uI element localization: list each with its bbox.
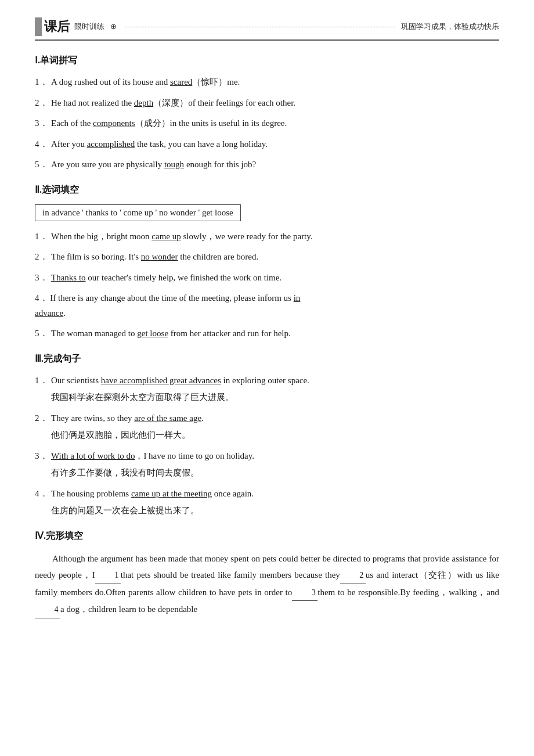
section1-title: Ⅰ.单词拼写 [35, 55, 499, 67]
vocab-phrase: have accomplished great advances [101, 376, 221, 385]
item-content: If there is any change about the time of… [50, 293, 300, 303]
list-item: 2． They are twins, so they are of the sa… [35, 411, 499, 426]
list-item: 5． The woman managed to get loose from h… [35, 326, 499, 341]
chinese-translation: 有许多工作要做，我没有时间去度假。 [51, 466, 499, 481]
vocab-word: accomplished [87, 139, 135, 149]
chinese-translation: 住房的问题又一次在会上被提出来了。 [51, 503, 499, 519]
item-num: 1． [35, 229, 51, 244]
vocab-word: components [93, 118, 135, 128]
list-item: 2． The film is so boring. It's no wonder… [35, 250, 499, 265]
blank-4: 4 [35, 602, 60, 618]
item-num: 2． [35, 250, 51, 265]
list-item: 5． Are you sure you are physically tough… [35, 157, 499, 172]
chinese-translation: 他们俩是双胞胎，因此他们一样大。 [51, 428, 499, 443]
list-item: 1． A dog rushed out of its house and sca… [35, 75, 499, 90]
vocab-word: came up [151, 232, 181, 241]
item-num: 3． [35, 116, 51, 131]
item-num: 5． [35, 326, 51, 341]
list-item: 4． After you accomplished the task, you … [35, 137, 499, 152]
header-right-text: 巩固学习成果，体验成功快乐 [401, 21, 499, 32]
item-num: 4． [35, 293, 48, 303]
item-content: The housing problems came up at the meet… [51, 487, 499, 502]
item-content-continuation: advance. [35, 308, 66, 318]
vocab-box: in advance ' thanks to ' come up ' no wo… [35, 204, 241, 221]
section4-paragraph: Although the argument has been made that… [35, 550, 499, 618]
header-title-main: 课后 [44, 18, 70, 35]
item-content: Each of the components（成分）in the units i… [51, 116, 499, 131]
list-item: 1． When the big，bright moon came up slow… [35, 229, 499, 244]
item-num: 2． [35, 96, 51, 111]
item-num: 3． [35, 449, 51, 464]
header-dashes [125, 27, 395, 27]
list-item: 2． He had not realized the depth（深度）of t… [35, 96, 499, 111]
item-num: 4． [35, 487, 51, 502]
item-num: 5． [35, 157, 51, 172]
vocab-phrase: With a lot of work to do [51, 451, 135, 460]
header-decoration-block [35, 17, 42, 36]
blank-2: 2 [340, 568, 366, 584]
item-num: 1． [35, 75, 51, 90]
vocab-word: get loose [137, 329, 168, 338]
header-bar: 课后 限时训练 ⊕ 巩固学习成果，体验成功快乐 [35, 17, 499, 41]
item-content: After you accomplished the task, you can… [51, 137, 499, 152]
item-content: With a lot of work to do，I have no time … [51, 449, 499, 464]
vocab-word: no wonder [141, 252, 178, 261]
item-content: The film is so boring. It's no wonder th… [51, 250, 499, 265]
item-content: Are you sure you are physically tough en… [51, 157, 499, 172]
blank-1: 1 [95, 568, 121, 584]
vocab-word: scared [170, 77, 192, 87]
item-num: 1． [35, 373, 51, 388]
header-subtitle: 限时训练 [74, 21, 104, 32]
chinese-translation: 我国科学家在探测外太空方面取得了巨大进展。 [51, 390, 499, 405]
item-content: A dog rushed out of its house and scared… [51, 75, 499, 90]
item-content: The woman managed to get loose from her … [51, 326, 499, 341]
item-num: 4． [35, 137, 51, 152]
item-num: 2． [35, 411, 51, 426]
list-item: 4． If there is any change about the time… [35, 291, 499, 321]
vocab-phrase: are of the same age [134, 413, 201, 423]
item-content: Our scientists have accomplished great a… [51, 373, 499, 388]
list-item: 3． Each of the components（成分）in the unit… [35, 116, 499, 131]
vocab-word: advance [35, 308, 63, 318]
section4-title: Ⅳ.完形填空 [35, 530, 499, 542]
list-item: 1． Our scientists have accomplished grea… [35, 373, 499, 388]
item-num: 3． [35, 271, 51, 286]
list-item: 4． The housing problems came up at the m… [35, 487, 499, 502]
vocab-word: tough [164, 160, 184, 169]
section2-title: Ⅱ.选词填空 [35, 184, 499, 196]
item-content: Thanks to our teacher's timely help, we … [51, 271, 499, 286]
header-icon: ⊕ [110, 22, 117, 31]
vocab-word: Thanks to [51, 273, 86, 282]
item-content: They are twins, so they are of the same … [51, 411, 499, 426]
vocab-word: depth [134, 98, 153, 107]
list-item: 3． With a lot of work to do，I have no ti… [35, 449, 499, 464]
blank-3: 3 [292, 585, 317, 602]
vocab-word: in [294, 293, 301, 303]
section3-title: Ⅲ.完成句子 [35, 353, 499, 365]
list-item: 3． Thanks to our teacher's timely help, … [35, 271, 499, 286]
item-content: He had not realized the depth（深度）of thei… [51, 96, 499, 111]
page-container: 课后 限时训练 ⊕ 巩固学习成果，体验成功快乐 Ⅰ.单词拼写 1． A dog … [0, 0, 534, 756]
vocab-phrase: came up at the meeting [131, 489, 212, 498]
item-content: When the big，bright moon came up slowly，… [51, 229, 499, 244]
